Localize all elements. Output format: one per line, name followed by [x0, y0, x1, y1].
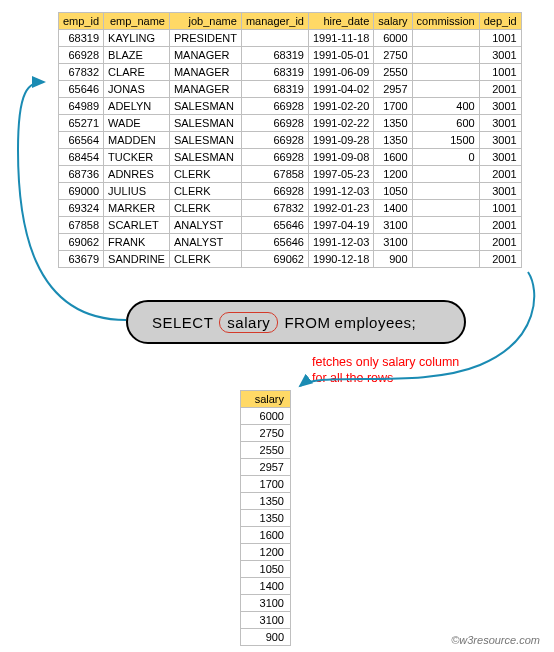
table-row: 63679SANDRINECLERK690621990-12-189002001 [59, 251, 522, 268]
annotation-line2: for all the rows [312, 370, 459, 386]
result-row: 1600 [241, 527, 291, 544]
col-salary: salary [374, 13, 412, 30]
credit-text: ©w3resource.com [451, 634, 540, 646]
result-row: 1200 [241, 544, 291, 561]
result-table: salary 600027502550295717001350135016001… [240, 390, 291, 646]
sql-table-name: employees; [335, 314, 417, 331]
table-row: 68319KAYLINGPRESIDENT1991-11-1860001001 [59, 30, 522, 47]
result-row: 1700 [241, 476, 291, 493]
col-emp_name: emp_name [104, 13, 170, 30]
sql-from-keyword: FROM [284, 314, 330, 331]
result-row: 2750 [241, 425, 291, 442]
col-emp_id: emp_id [59, 13, 104, 30]
table-row: 64989ADELYNSALESMAN669281991-02-20170040… [59, 98, 522, 115]
sql-column-name: salary [219, 312, 278, 333]
table-row: 66928BLAZEMANAGER683191991-05-0127503001 [59, 47, 522, 64]
result-row: 3100 [241, 595, 291, 612]
col-hire_date: hire_date [308, 13, 373, 30]
col-manager_id: manager_id [241, 13, 308, 30]
table-row: 65646JONASMANAGER683191991-04-0229572001 [59, 81, 522, 98]
table-row: 65271WADESALESMAN669281991-02-2213506003… [59, 115, 522, 132]
result-row: 900 [241, 629, 291, 646]
sql-query-pill: SELECT salary FROM employees; [126, 300, 466, 344]
result-row: 1350 [241, 493, 291, 510]
result-row: 3100 [241, 612, 291, 629]
result-row: 6000 [241, 408, 291, 425]
result-header: salary [241, 391, 291, 408]
result-row: 1050 [241, 561, 291, 578]
result-row: 2957 [241, 459, 291, 476]
result-row: 2550 [241, 442, 291, 459]
table-row: 66564MADDENSALESMAN669281991-09-28135015… [59, 132, 522, 149]
annotation-line1: fetches only salary column [312, 354, 459, 370]
col-job_name: job_name [169, 13, 241, 30]
table-row: 69000JULIUSCLERK669281991-12-0310503001 [59, 183, 522, 200]
sql-select-keyword: SELECT [152, 314, 213, 331]
table-row: 68454TUCKERSALESMAN669281991-09-08160003… [59, 149, 522, 166]
table-row: 69062FRANKANALYST656461991-12-0331002001 [59, 234, 522, 251]
table-row: 67832CLAREMANAGER683191991-06-0925501001 [59, 64, 522, 81]
col-dep_id: dep_id [479, 13, 521, 30]
table-row: 67858SCARLETANALYST656461997-04-19310020… [59, 217, 522, 234]
table-row: 68736ADNRESCLERK678581997-05-2312002001 [59, 166, 522, 183]
result-row: 1400 [241, 578, 291, 595]
employees-table: emp_idemp_namejob_namemanager_idhire_dat… [58, 12, 522, 268]
annotation-text: fetches only salary column for all the r… [312, 354, 459, 387]
result-row: 1350 [241, 510, 291, 527]
col-commission: commission [412, 13, 479, 30]
table-row: 69324MARKERCLERK678321992-01-2314001001 [59, 200, 522, 217]
